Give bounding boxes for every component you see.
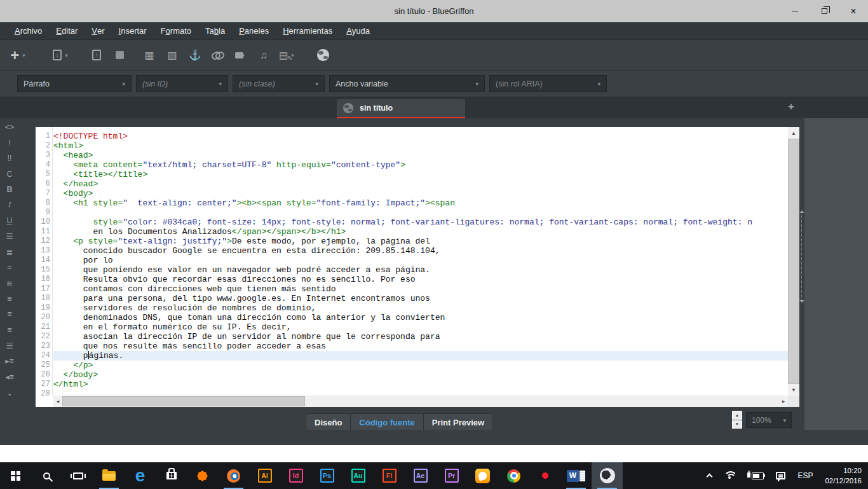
new-document-button[interactable]: +▾ xyxy=(10,45,26,66)
code-line[interactable]: <html> xyxy=(53,141,788,151)
code-line[interactable]: que poniendo ese valor en un navegador w… xyxy=(53,265,788,275)
code-line[interactable] xyxy=(53,389,788,396)
underline-icon[interactable]: U xyxy=(0,215,19,226)
code-line[interactable]: Resulta obvio que recordar esas direccio… xyxy=(53,275,788,284)
insert-image-button[interactable]: ▧ xyxy=(164,45,180,66)
scroll-down-button[interactable]: ▼ xyxy=(788,384,799,396)
code-line[interactable]: contamos con direcciones web que tienen … xyxy=(53,284,788,294)
scroll-up-button[interactable]: ▲ xyxy=(788,127,799,139)
code-line[interactable] xyxy=(53,208,788,217)
code-line[interactable]: </p> xyxy=(53,361,788,370)
clock[interactable]: 10:20 02/12/2016 xyxy=(825,465,862,486)
menu-formato[interactable]: Formato xyxy=(154,22,198,39)
opera-icon[interactable] xyxy=(529,462,560,489)
zoom-level-combo[interactable]: 100% ▾ xyxy=(746,412,792,428)
align-right-icon[interactable]: ≡ xyxy=(0,324,19,336)
id-combo[interactable]: (sin ID)▾ xyxy=(136,75,228,92)
menu-paneles[interactable]: Paneles xyxy=(232,22,276,39)
insert-table-button[interactable]: ▦ xyxy=(141,45,158,66)
bluegriffon-icon[interactable] xyxy=(592,462,623,489)
indent-icon[interactable]: ▸≡ xyxy=(0,355,19,367)
tray-expand-icon[interactable] xyxy=(707,474,713,480)
code-lines[interactable]: <!DOCTYPE html><html> <head> <meta conte… xyxy=(53,132,788,396)
blockquote-icon[interactable]: „ xyxy=(0,387,19,398)
new-tab-button[interactable]: + xyxy=(788,100,794,113)
horizontal-scrollbar-thumb[interactable] xyxy=(62,396,305,406)
audition-icon[interactable]: Au xyxy=(342,462,374,489)
horizontal-scrollbar[interactable]: ◂ ▸ xyxy=(53,396,788,407)
close-button[interactable]: × xyxy=(839,0,868,22)
class-combo[interactable]: (sin clase)▾ xyxy=(233,75,325,92)
code-line[interactable]: </head> xyxy=(53,179,788,189)
battery-icon[interactable] xyxy=(747,472,764,479)
photoshop-icon[interactable]: Ps xyxy=(311,462,342,489)
design-view-button[interactable]: Diseño xyxy=(306,414,350,430)
paragraph-format-combo[interactable]: Párrafo▾ xyxy=(17,75,132,92)
code-line[interactable]: </body> xyxy=(53,370,788,380)
code-line[interactable]: conocido buscador Google se encuentra en… xyxy=(53,246,788,256)
task-view-button[interactable] xyxy=(62,462,93,489)
store-icon[interactable] xyxy=(156,462,187,489)
menu-ayuda[interactable]: Ayuda xyxy=(339,22,377,39)
chrome-icon[interactable] xyxy=(498,462,529,489)
code-line[interactable]: por lo xyxy=(53,256,788,265)
indesign-icon[interactable]: Id xyxy=(280,462,311,489)
code-line[interactable]: servidores de resolución de nombres de d… xyxy=(53,303,788,313)
zoom-increase-button[interactable]: ▲ xyxy=(732,411,742,420)
cite-icon[interactable]: C xyxy=(0,169,19,180)
wifi-icon[interactable] xyxy=(724,471,735,480)
insert-form-button[interactable]: ▤✎▾ xyxy=(278,45,295,66)
action-center-icon[interactable] xyxy=(776,472,785,479)
zoom-decrease-button[interactable]: ▼ xyxy=(732,420,742,429)
code-line[interactable]: denominados DNS, que toman una dirección… xyxy=(53,313,788,322)
uc-browser-icon[interactable] xyxy=(467,462,498,489)
scroll-right-button[interactable]: ▸ xyxy=(779,396,788,407)
italic-icon[interactable]: I xyxy=(0,200,19,211)
spacing-below-icon[interactable]: ≋ xyxy=(0,277,19,289)
menu-tabla[interactable]: Tabla xyxy=(198,22,232,39)
code-line[interactable]: en el formato numérico de su IP. Es deci… xyxy=(53,322,788,332)
code-line[interactable]: <p style="text-align: justify;">De este … xyxy=(53,237,788,246)
align-left-icon[interactable]: ≡ xyxy=(0,293,19,305)
open-file-button[interactable]: ↓▾ xyxy=(52,45,69,66)
maximize-button[interactable] xyxy=(810,0,839,22)
vertical-scrollbar-thumb[interactable] xyxy=(788,139,799,384)
code-line[interactable]: que nos resulte más sencillo poder acced… xyxy=(53,341,788,351)
stop-button[interactable] xyxy=(111,45,128,66)
aftereffects-icon[interactable]: Ae xyxy=(405,462,436,489)
illustrator-icon[interactable]: Ai xyxy=(249,462,280,489)
print-preview-button[interactable]: Print Preview xyxy=(423,414,492,430)
file-explorer-icon[interactable] xyxy=(93,462,125,489)
code-line[interactable]: <!DOCTYPE html> xyxy=(53,132,788,141)
scroll-left-button[interactable]: ◂ xyxy=(53,396,62,407)
aria-role-combo[interactable]: (sin rol ARIA)▾ xyxy=(489,75,607,92)
edge-icon[interactable]: e xyxy=(125,462,156,489)
search-button[interactable] xyxy=(31,462,62,489)
insert-audio-button[interactable]: ♫ xyxy=(255,45,272,66)
align-center-icon[interactable]: ≡ xyxy=(0,308,19,320)
unordered-list-icon[interactable]: ☰ xyxy=(0,231,19,242)
vertical-scrollbar[interactable]: ▲ ▼ xyxy=(788,127,799,396)
preview-in-browser-button[interactable] xyxy=(315,45,331,66)
outdent-icon[interactable]: ◂≡ xyxy=(0,371,19,382)
code-line[interactable]: <meta content="text/html; charset=UTF-8"… xyxy=(53,160,788,170)
code-line[interactable]: <title></title> xyxy=(53,170,788,179)
code-line[interactable]: <head> xyxy=(53,151,788,160)
code-line[interactable]: </html> xyxy=(53,380,788,389)
code-line[interactable]: páginas. xyxy=(53,351,788,361)
code-line[interactable]: style="color: #034ca0; font-size: 14px; … xyxy=(53,217,788,227)
bold-icon[interactable]: B xyxy=(0,184,19,195)
code-line[interactable]: <h1 style=" text-align: center;"><b><spa… xyxy=(53,198,788,208)
premiere-icon[interactable]: Pr xyxy=(436,462,467,489)
source-view-button[interactable]: Código fuente xyxy=(350,414,423,430)
code-line[interactable]: para una persona, del tipo www.google.es… xyxy=(53,294,788,303)
menu-insertar[interactable]: Insertar xyxy=(112,22,154,39)
menu-editar[interactable]: Editar xyxy=(49,22,85,39)
source-editor[interactable]: 1234567891011121314151617181920212223242… xyxy=(36,127,799,407)
minimize-button[interactable] xyxy=(780,0,810,22)
language-indicator[interactable]: ESP xyxy=(797,471,813,480)
spacing-above-icon[interactable]: ≈ xyxy=(0,262,19,273)
code-line[interactable]: <body> xyxy=(53,189,788,198)
start-button[interactable] xyxy=(0,462,31,489)
menu-ver[interactable]: Ver xyxy=(85,22,111,39)
